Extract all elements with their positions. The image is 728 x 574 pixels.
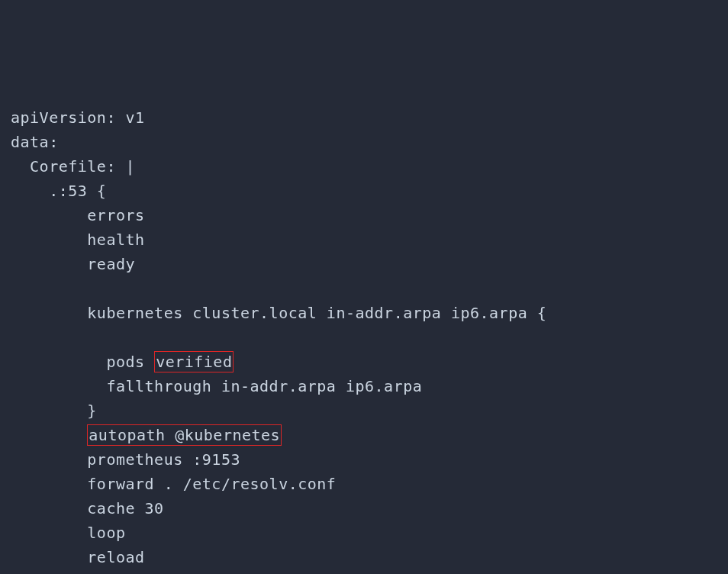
code-line: loop — [11, 524, 126, 542]
highlighted-autopath: autopath @kubernetes — [87, 424, 282, 446]
code-line: prometheus :9153 — [11, 450, 240, 469]
code-line: health — [11, 231, 145, 249]
code-line: reload — [11, 548, 145, 566]
code-line: ready — [11, 255, 135, 273]
code-prefix — [11, 426, 87, 444]
code-line: apiVersion: v1 — [11, 108, 145, 127]
code-line: fallthrough in-addr.arpa ip6.arpa — [11, 377, 422, 395]
highlighted-verified: verified — [154, 351, 234, 372]
code-line: } — [11, 401, 97, 420]
code-line: kubernetes cluster.local in-addr.arpa ip… — [11, 304, 546, 322]
code-line: data: — [11, 133, 59, 151]
code-prefix: pods — [11, 353, 154, 371]
code-line: errors — [11, 206, 145, 224]
code-line: Corefile: | — [11, 157, 135, 176]
code-line: forward . /etc/resolv.conf — [11, 475, 336, 493]
code-line: cache 30 — [11, 499, 164, 518]
code-line: .:53 { — [11, 182, 106, 200]
code-block: apiVersion: v1 data: Corefile: | .:53 { … — [11, 105, 717, 574]
